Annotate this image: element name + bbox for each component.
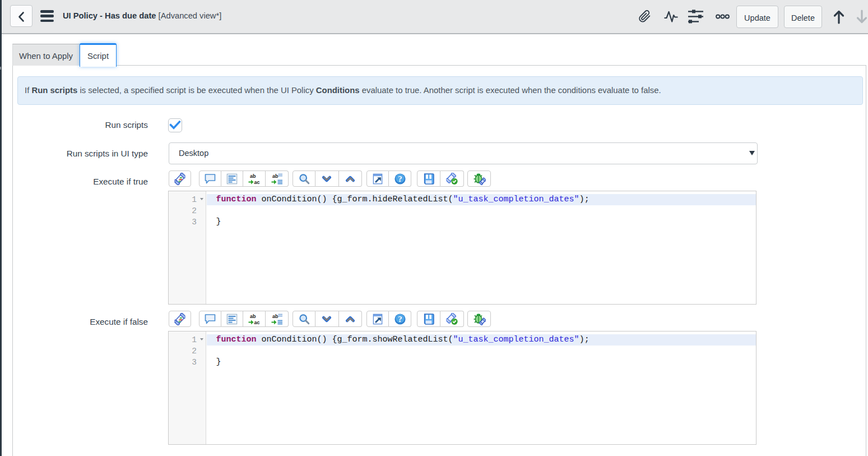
svg-text:ab: ab: [272, 173, 278, 178]
svg-text:ac: ac: [254, 179, 260, 185]
svg-text:?: ?: [398, 315, 402, 324]
svg-text:ab: ab: [250, 173, 256, 178]
svg-text:ab: ab: [272, 313, 278, 319]
svg-text:ac: ac: [254, 320, 260, 325]
svg-text:ab: ab: [250, 313, 256, 319]
svg-text:?: ?: [398, 174, 402, 183]
